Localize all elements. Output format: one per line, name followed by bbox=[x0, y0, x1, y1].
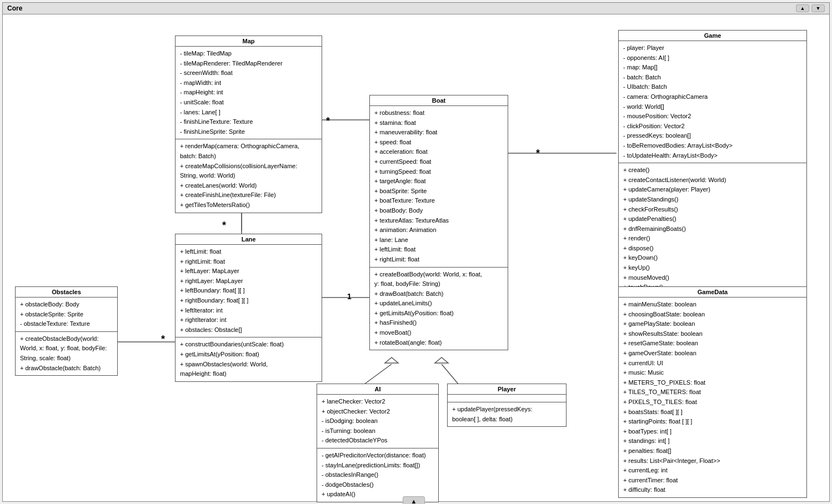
obs-method-3: + drawObstacle(batch: Batch) bbox=[20, 364, 113, 374]
lane-attr-6: + leftIterator: int bbox=[180, 306, 317, 316]
ai-method-1: - stayInLane(predictionLimits: float[]) bbox=[322, 461, 434, 471]
map-attr-5: - unitScale: float bbox=[180, 98, 317, 108]
boat-method-1: y: float, bodyFile: String) bbox=[374, 279, 503, 289]
gd-attr-14: + standings: int[ ] bbox=[623, 436, 802, 446]
ai-method-0: - getAIPredicitonVector(distance: float) bbox=[322, 451, 434, 461]
map-method-6: + getTilesToMetersRatio() bbox=[180, 200, 317, 210]
map-method-1: batch: Batch) bbox=[180, 152, 317, 162]
ai-method-2: - obstaclesInRange() bbox=[322, 470, 434, 480]
game-methods: + create() + createContactListener(world… bbox=[619, 163, 806, 295]
lane-method-3: mapHeight: float) bbox=[180, 369, 317, 379]
map-attr-7: - finishLineTexture: Texture bbox=[180, 117, 317, 127]
boat-method-7: + rotateBoat(angle: float) bbox=[374, 338, 503, 348]
game-attr-6: - world: World[] bbox=[623, 102, 802, 112]
gd-attr-17: + currentLeg: int bbox=[623, 466, 802, 476]
lane-attr-1: + rightLimit: float bbox=[180, 257, 317, 267]
obs-attr-0: + obstacleBody: Body bbox=[20, 300, 113, 310]
map-attr-2: - screenWidth: float bbox=[180, 68, 317, 78]
gd-attr-1: + choosingBoatState: boolean bbox=[623, 310, 802, 320]
bottom-scroll-up-btn[interactable]: ▲ bbox=[403, 496, 425, 504]
map-title: Map bbox=[176, 36, 322, 47]
game-box: Game - player: Player - opponents: AI[ ]… bbox=[618, 30, 807, 295]
game-method-2: + updateCamera(player: Player) bbox=[623, 185, 802, 195]
player-method-0: + updatePlayer(pressedKeys: bbox=[452, 405, 562, 415]
boat-method-6: + moveBoat() bbox=[374, 328, 503, 338]
map-box: Map - tileMap: TiledMap - tileMapRendere… bbox=[175, 36, 322, 213]
gd-attr-10: + PIXELS_TO_TILES: float bbox=[623, 397, 802, 407]
boat-method-2: + drawBoat(batch: Batch) bbox=[374, 289, 503, 299]
game-attr-5: - camera: OrthographicCamera bbox=[623, 92, 802, 102]
svg-marker-6 bbox=[385, 357, 398, 363]
boat-method-0: + createBoatBody(world: World, x: float, bbox=[374, 270, 503, 280]
diagram-area: Map - tileMap: TiledMap - tileMapRendere… bbox=[3, 14, 829, 492]
gamedata-title: GameData bbox=[619, 287, 806, 298]
lane-box: Lane + leftLimit: float + rightLimit: fl… bbox=[175, 234, 322, 382]
gd-attr-18: + currentTimer: float bbox=[623, 476, 802, 486]
map-attr-0: - tileMap: TiledMap bbox=[180, 49, 317, 59]
boat-method-4: + getLimitsAt(yPosition: float) bbox=[374, 309, 503, 319]
gd-attr-2: + gamePlayState: boolean bbox=[623, 319, 802, 329]
obstacles-attributes: + obstacleBody: Body + obstacleSprite: S… bbox=[16, 298, 117, 332]
ai-methods: - getAIPredicitonVector(distance: float)… bbox=[317, 448, 438, 502]
map-attr-3: - mapWidth: int bbox=[180, 78, 317, 88]
obstacles-title: Obstacles bbox=[16, 287, 117, 298]
game-method-5: + updatePenalties() bbox=[623, 214, 802, 224]
game-attr-10: - toBeRemovedBodies: ArrayList<Body> bbox=[623, 141, 802, 151]
boat-attr-6: + turningSpeed: float bbox=[374, 167, 503, 177]
obs-attr-2: - obstacleTexture: Texture bbox=[20, 319, 113, 329]
lane-method-2: + spawnObstacles(world: World, bbox=[180, 360, 317, 370]
gd-attr-4: + resetGameState: boolean bbox=[623, 339, 802, 349]
obs-method-1: World, x: float, y: float, bodyFile: bbox=[20, 344, 113, 354]
scroll-down-icon: ▼ bbox=[816, 6, 821, 11]
gd-attr-15: + penalties: float[] bbox=[623, 446, 802, 456]
game-attributes: - player: Player - opponents: AI[ ] - ma… bbox=[619, 41, 806, 163]
obstacles-methods: + createObstacleBody(world: World, x: fl… bbox=[16, 332, 117, 375]
gd-attr-13: + boatTypes: int[ ] bbox=[623, 427, 802, 437]
boat-attr-15: + rightLimit: float bbox=[374, 255, 503, 265]
gd-attr-11: + boatsStats: float[ ][ ] bbox=[623, 407, 802, 417]
lane-methods: + constructBoundaries(untScale: float) +… bbox=[176, 337, 322, 381]
scroll-up-btn[interactable]: ▲ bbox=[796, 4, 809, 12]
player-attributes bbox=[448, 395, 566, 402]
boat-attr-13: + lane: Lane bbox=[374, 235, 503, 245]
boat-attr-10: + boatBody: Body bbox=[374, 206, 503, 216]
gd-attr-6: + currentUI: UI bbox=[623, 359, 802, 369]
boat-methods: + createBoatBody(world: World, x: float,… bbox=[370, 268, 508, 350]
scroll-down-btn[interactable]: ▼ bbox=[811, 4, 825, 12]
gd-attr-5: + gameOverState: boolean bbox=[623, 349, 802, 359]
lane-attr-5: + rightBoundary: float[ ][ ] bbox=[180, 296, 317, 306]
boat-attr-1: + stamina: float bbox=[374, 118, 503, 128]
game-method-4: + checkForResults() bbox=[623, 205, 802, 215]
boat-attr-12: + animation: Animation bbox=[374, 225, 503, 235]
map-method-0: + renderMap(camera: OrthographicCamera, bbox=[180, 142, 317, 152]
obstacles-box: Obstacles + obstacleBody: Body + obstacl… bbox=[15, 286, 118, 376]
ai-title: AI bbox=[317, 384, 438, 395]
boat-method-3: + updateLaneLimits() bbox=[374, 299, 503, 309]
gd-attr-19: + difficulty: float bbox=[623, 485, 802, 495]
player-methods: + updatePlayer(pressedKeys: boolean[ ], … bbox=[448, 402, 566, 426]
game-attr-4: - UIbatch: Batch bbox=[623, 82, 802, 92]
boat-attr-9: + boatTexture: Texture bbox=[374, 196, 503, 206]
boat-game-multiplicity: * bbox=[536, 148, 540, 159]
obs-attr-1: + obstacleSprite: Sprite bbox=[20, 310, 113, 320]
game-method-8: + dispose() bbox=[623, 244, 802, 254]
lane-method-0: + constructBoundaries(untScale: float) bbox=[180, 340, 317, 350]
boat-attr-11: + textureAtlas: TextureAtlas bbox=[374, 216, 503, 226]
lane-attr-4: + leftBoundary: float[ ][ ] bbox=[180, 286, 317, 296]
lane-obstacles-multiplicity: * bbox=[161, 334, 165, 345]
boat-box: Boat + robustness: float + stamina: floa… bbox=[369, 95, 508, 350]
ai-attr-3: - isTurning: boolean bbox=[322, 426, 434, 436]
svg-marker-8 bbox=[435, 357, 448, 363]
game-method-7: + render() bbox=[623, 234, 802, 244]
game-method-3: + updateStandings() bbox=[623, 195, 802, 205]
ai-box: AI + laneChecker: Vector2 + objectChecke… bbox=[317, 384, 439, 502]
game-attr-3: - batch: Batch bbox=[623, 73, 802, 83]
game-attr-8: - clickPosition: Vector2 bbox=[623, 122, 802, 132]
game-method-6: + dnfRemainingBoats() bbox=[623, 224, 802, 234]
ai-attr-4: - detectedObstacleYPos bbox=[322, 436, 434, 446]
map-attr-1: - tileMapRenderer: TiledMapRenderer bbox=[180, 59, 317, 69]
bottom-scroll-up-icon: ▲ bbox=[411, 498, 417, 504]
boat-method-5: + hasFinished() bbox=[374, 318, 503, 328]
ai-attr-0: + laneChecker: Vector2 bbox=[322, 397, 434, 407]
boat-attributes: + robustness: float + stamina: float + m… bbox=[370, 106, 508, 268]
